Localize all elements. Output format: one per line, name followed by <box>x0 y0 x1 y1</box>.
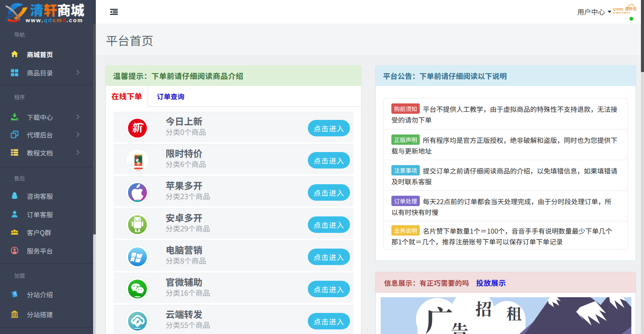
svg-text:新: 新 <box>132 120 143 135</box>
svg-text:告: 告 <box>451 318 468 334</box>
svg-text:招: 招 <box>475 297 492 320</box>
svg-text:租: 租 <box>506 302 522 324</box>
svg-text:广: 广 <box>425 298 453 334</box>
